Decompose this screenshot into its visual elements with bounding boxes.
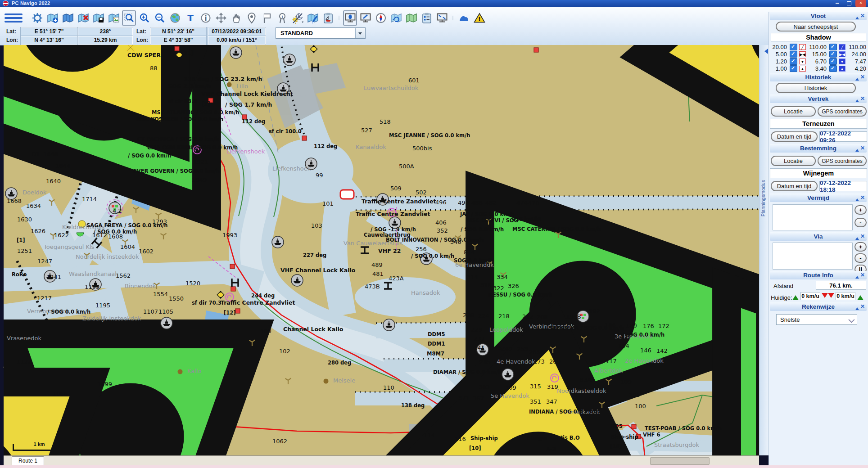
zoom-out-icon[interactable] [153, 10, 167, 26]
badge-info-icon[interactable] [275, 10, 289, 26]
screen-draw-icon[interactable] [358, 10, 372, 26]
info-icon[interactable] [199, 10, 212, 26]
close-icon[interactable]: ✕ [860, 302, 865, 311]
shadow-shape-icon[interactable]: ▼ [799, 58, 806, 64]
chevron-down-icon[interactable] [355, 28, 365, 38]
section-header-vertrek[interactable]: Vertrek ✕ [770, 94, 867, 103]
close-icon[interactable]: ✕ [860, 194, 865, 202]
collapse-icon[interactable] [855, 235, 859, 240]
globe-icon[interactable] [168, 10, 182, 26]
map-add-icon[interactable] [45, 10, 59, 26]
tab-route-1[interactable]: Route 1 [12, 456, 44, 465]
flag-icon[interactable] [260, 10, 274, 26]
shadow-shape-icon[interactable]: ╱ [799, 44, 806, 50]
maximize-button[interactable] [844, 0, 854, 7]
zoom-window-icon[interactable] [122, 10, 136, 26]
map-image-icon[interactable] [107, 10, 121, 26]
close-icon[interactable]: ✕ [860, 94, 865, 103]
checkbox-checked-icon[interactable] [829, 58, 837, 65]
minimize-button[interactable] [832, 0, 843, 7]
map-edit-icon[interactable] [306, 10, 320, 26]
history-button[interactable]: Historiek [776, 83, 856, 93]
avoid-add-button[interactable]: + [854, 205, 867, 215]
text-label-icon[interactable] [183, 10, 197, 26]
section-header-vermijd[interactable]: Vermijd ✕ [770, 194, 867, 202]
chart-canvas[interactable]: T i i ! [4, 45, 759, 455]
speed-up-icon[interactable] [857, 292, 863, 300]
collapse-icon[interactable] [855, 147, 859, 152]
gear-icon[interactable] [30, 10, 44, 26]
menu-icon[interactable] [5, 11, 23, 25]
horizontal-scrollbar[interactable] [650, 457, 710, 465]
collapse-icon[interactable] [855, 15, 859, 19]
via-remove-button[interactable]: - [854, 253, 867, 263]
pan-icon[interactable] [214, 10, 228, 26]
checkbox-checked-icon[interactable] [829, 51, 837, 58]
shadow-shape-icon[interactable]: ▶◀ [799, 51, 806, 57]
close-icon[interactable]: ✕ [860, 271, 865, 279]
via-add-button[interactable]: + [854, 242, 867, 252]
collapse-icon[interactable] [855, 197, 859, 201]
speed-down-icon[interactable] [822, 293, 828, 301]
checkbox-checked-icon[interactable] [790, 44, 797, 50]
collapse-left-icon[interactable] [762, 49, 768, 54]
calculation-mode-select[interactable]: Snelste [776, 314, 857, 325]
departure-location-button[interactable]: Locatie [771, 106, 816, 117]
route-list-icon[interactable] [420, 10, 434, 26]
toolbar-separator[interactable] [336, 10, 342, 26]
fleet-list-button[interactable]: Naar scheepslijst [776, 22, 856, 32]
shadow-shape-icon[interactable]: ╱ [839, 44, 845, 50]
checkbox-checked-icon[interactable] [790, 65, 797, 72]
close-icon[interactable]: ✕ [860, 73, 865, 81]
wave-icon[interactable] [457, 10, 471, 26]
section-header-via[interactable]: Via ✕ [770, 232, 867, 241]
location-pin-icon[interactable] [244, 10, 258, 26]
section-header-historiek[interactable]: Historiek ✕ [770, 73, 867, 81]
departure-datetime-button[interactable]: Datum en tijd [771, 131, 818, 142]
screen-mouse-icon[interactable] [343, 10, 357, 26]
zoom-in-icon[interactable] [137, 10, 151, 26]
checkbox-checked-icon[interactable] [790, 58, 797, 65]
section-header-rekenwijze[interactable]: Rekenwijze ✕ [770, 302, 867, 311]
map-save-icon[interactable] [91, 10, 105, 26]
checkbox-checked-icon[interactable] [829, 65, 837, 72]
close-icon[interactable]: ✕ [860, 144, 865, 153]
avoid-remove-button[interactable]: - [854, 218, 867, 227]
fullscreen-icon[interactable] [435, 10, 449, 26]
shadow-shape-icon[interactable]: ▲ [799, 66, 806, 72]
close-button[interactable]: × [855, 0, 866, 7]
avoid-list[interactable] [773, 204, 853, 230]
toolbar-separator[interactable] [450, 10, 456, 26]
destination-location-button[interactable]: Locatie [771, 156, 816, 166]
speed-down-icon[interactable] [828, 293, 834, 301]
day-night-icon[interactable] [290, 10, 304, 26]
destination-gps-button[interactable]: GPS coordinates [818, 156, 867, 166]
close-icon[interactable]: ✕ [860, 232, 865, 241]
compass-icon[interactable] [374, 10, 388, 26]
warning-icon[interactable] [472, 10, 486, 26]
shadow-shape-icon[interactable]: ▲ [839, 66, 845, 72]
via-list[interactable] [773, 243, 853, 270]
destination-datetime-button[interactable]: Datum en tijd [771, 181, 818, 191]
speed-up-icon[interactable] [792, 292, 799, 300]
checkbox-checked-icon[interactable] [829, 44, 837, 50]
departure-gps-button[interactable]: GPS coordinates [818, 106, 867, 117]
collapse-icon[interactable] [855, 76, 859, 81]
section-header-bestemming[interactable]: Bestemming ✕ [770, 144, 867, 153]
section-header-vloot[interactable]: Vloot ✕ [770, 12, 867, 20]
voyage-clipboard-icon[interactable] [321, 10, 335, 26]
map-green-icon[interactable] [404, 10, 418, 26]
map-refresh-icon[interactable] [389, 10, 403, 26]
map-delete-icon[interactable] [76, 10, 90, 26]
shadow-shape-icon[interactable]: ▼ [839, 58, 845, 64]
collapse-icon[interactable] [855, 98, 859, 102]
shadow-shape-icon[interactable]: ▶◀ [839, 51, 845, 57]
section-header-route-info[interactable]: Route Info ✕ [770, 271, 867, 279]
checkbox-checked-icon[interactable] [790, 51, 797, 58]
map-select-icon[interactable] [61, 10, 75, 26]
close-icon[interactable]: ✕ [860, 12, 865, 20]
collapse-icon[interactable] [855, 306, 859, 310]
collapse-icon[interactable] [855, 274, 859, 279]
hand-icon[interactable] [229, 10, 243, 26]
chart-style-select[interactable]: STANDARD [276, 27, 366, 39]
